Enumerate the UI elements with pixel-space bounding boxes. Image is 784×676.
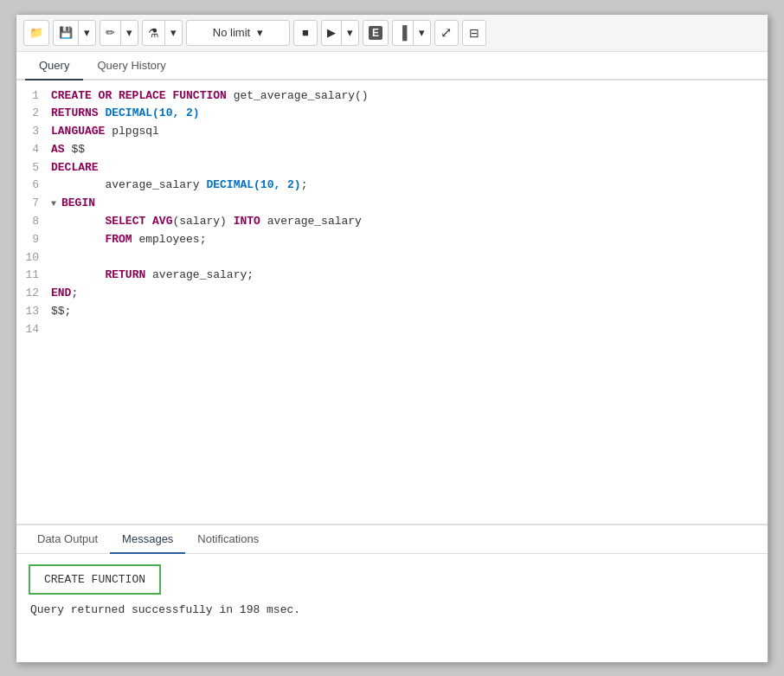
line-num-13: 13 <box>16 303 51 321</box>
no-limit-select[interactable]: No limit ▾ <box>186 20 290 46</box>
line-num-12: 12 <box>16 285 51 303</box>
chevron-down-icon-4: ▾ <box>347 26 353 39</box>
line-num-4: 4 <box>16 141 51 159</box>
code-line-14: 14 <box>16 321 768 339</box>
query-tabs: Query Query History <box>16 52 768 80</box>
tab-query[interactable]: Query <box>25 52 83 80</box>
line-content-7: ▼ BEGIN <box>51 195 768 213</box>
create-function-badge: CREATE FUNCTION <box>29 564 161 595</box>
code-editor[interactable]: 1 CREATE OR REPLACE FUNCTION get_average… <box>16 80 768 524</box>
line-num-7: 7 <box>16 195 51 213</box>
code-line-6: 6 average_salary DECIMAL(10, 2); <box>16 177 768 195</box>
tab-data-output[interactable]: Data Output <box>25 525 110 554</box>
line-content-10 <box>51 249 768 267</box>
line-content-12: END; <box>51 285 768 303</box>
macros-icon: ⊟ <box>469 26 479 40</box>
tab-notifications[interactable]: Notifications <box>185 525 271 554</box>
line-num-2: 2 <box>16 105 51 123</box>
code-line-7: 7 ▼ BEGIN <box>16 195 768 213</box>
folder-icon: 📁 <box>29 26 43 39</box>
line-num-8: 8 <box>16 213 51 231</box>
save-icon: 💾 <box>59 26 73 39</box>
code-line-2: 2 RETURNS DECIMAL(10, 2) <box>16 105 768 123</box>
success-message: Query returned successfully in 198 msec. <box>29 603 755 616</box>
explain-icon: E <box>369 26 382 40</box>
chevron-down-icon-5: ▾ <box>419 26 425 39</box>
code-line-8: 8 SELECT AVG(salary) INTO average_salary <box>16 213 768 231</box>
tab-messages[interactable]: Messages <box>110 525 185 554</box>
code-line-5: 5 DECLARE <box>16 159 768 177</box>
filter-icon: ⚗ <box>148 26 159 40</box>
edit-chevron-button[interactable]: ▾ <box>121 21 138 45</box>
code-line-11: 11 RETURN average_salary; <box>16 267 768 285</box>
tools-button[interactable]: ⤢ <box>434 20 459 46</box>
stop-button[interactable]: ■ <box>293 20 318 46</box>
code-line-1: 1 CREATE OR REPLACE FUNCTION get_average… <box>16 87 768 106</box>
chevron-down-icon: ▾ <box>84 26 90 39</box>
bottom-panel: Data Output Messages Notifications CREAT… <box>16 524 768 662</box>
chart-icon: ▐ <box>398 25 408 40</box>
explain-button[interactable]: E <box>363 20 389 46</box>
code-line-12: 12 END; <box>16 285 768 303</box>
main-window: 📁 💾 ▾ ✏ ▾ ⚗ ▾ No li <box>16 14 768 663</box>
line-num-11: 11 <box>16 267 51 285</box>
line-content-9: FROM employees; <box>51 231 768 249</box>
save-button-group: 💾 ▾ <box>53 20 96 46</box>
code-line-13: 13 $$; <box>16 303 768 321</box>
line-content-2: RETURNS DECIMAL(10, 2) <box>51 105 768 123</box>
line-content-4: AS $$ <box>51 141 768 159</box>
open-button[interactable]: 📁 <box>23 20 49 46</box>
line-num-9: 9 <box>16 231 51 249</box>
line-content-3: LANGUAGE plpgsql <box>51 123 768 141</box>
filter-button-group: ⚗ ▾ <box>142 20 183 46</box>
chart-chevron-button[interactable]: ▾ <box>414 21 430 45</box>
pencil-icon: ✏ <box>106 26 115 39</box>
tools-icon: ⤢ <box>440 24 452 41</box>
stop-icon: ■ <box>302 26 309 39</box>
toolbar: 📁 💾 ▾ ✏ ▾ ⚗ ▾ No li <box>16 15 768 52</box>
messages-content: CREATE FUNCTION Query returned successfu… <box>16 554 768 627</box>
edit-button-group: ✏ ▾ <box>100 20 138 46</box>
tab-query-history[interactable]: Query History <box>83 52 179 80</box>
line-num-14: 14 <box>16 321 51 339</box>
line-num-3: 3 <box>16 123 51 141</box>
filter-chevron-button[interactable]: ▾ <box>165 21 182 45</box>
code-line-3: 3 LANGUAGE plpgsql <box>16 123 768 141</box>
play-button[interactable]: ▶ <box>322 21 342 45</box>
no-limit-label: No limit <box>213 26 250 39</box>
chevron-down-icon-2: ▾ <box>126 26 132 39</box>
bottom-tabs-bar: Data Output Messages Notifications <box>16 525 768 554</box>
chevron-down-icon-3: ▾ <box>170 26 177 39</box>
play-chevron-button[interactable]: ▾ <box>342 21 358 45</box>
play-button-group: ▶ ▾ <box>321 20 359 46</box>
line-num-1: 1 <box>16 87 51 106</box>
line-content-6: average_salary DECIMAL(10, 2); <box>51 177 768 195</box>
macros-button[interactable]: ⊟ <box>462 20 486 46</box>
play-icon: ▶ <box>327 26 336 39</box>
save-button[interactable]: 💾 <box>54 21 79 45</box>
line-content-14 <box>51 321 768 339</box>
chart-button-group: ▐ ▾ <box>392 20 431 46</box>
line-num-10: 10 <box>16 249 51 267</box>
line-num-5: 5 <box>16 159 51 177</box>
chart-button[interactable]: ▐ <box>393 21 414 45</box>
line-content-11: RETURN average_salary; <box>51 267 768 285</box>
code-line-10: 10 <box>16 249 768 267</box>
line-content-1: CREATE OR REPLACE FUNCTION get_average_s… <box>51 87 768 106</box>
edit-button[interactable]: ✏ <box>100 21 121 45</box>
no-limit-chevron: ▾ <box>257 26 263 39</box>
filter-button[interactable]: ⚗ <box>143 21 165 45</box>
line-content-5: DECLARE <box>51 159 768 177</box>
line-num-6: 6 <box>16 177 51 195</box>
code-line-9: 9 FROM employees; <box>16 231 768 249</box>
code-line-4: 4 AS $$ <box>16 141 768 159</box>
save-chevron-button[interactable]: ▾ <box>79 21 95 45</box>
line-content-8: SELECT AVG(salary) INTO average_salary <box>51 213 768 231</box>
line-content-13: $$; <box>51 303 768 321</box>
